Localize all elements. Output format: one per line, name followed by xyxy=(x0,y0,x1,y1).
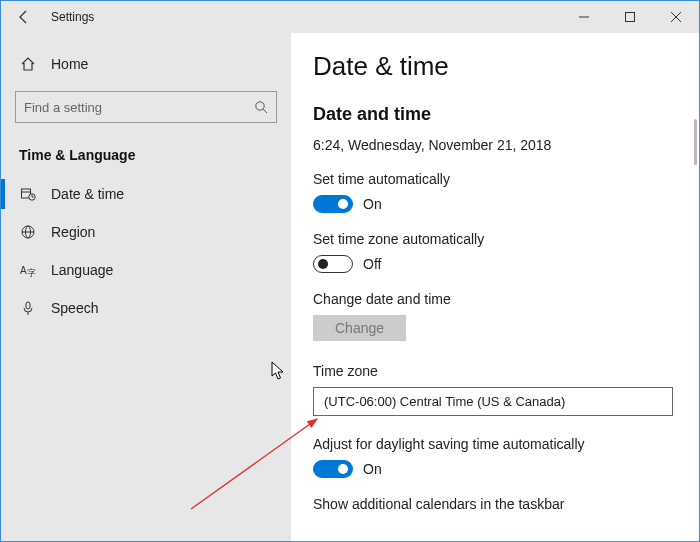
dst-state: On xyxy=(363,461,382,477)
close-button[interactable] xyxy=(653,1,699,33)
nav-label: Region xyxy=(51,224,95,240)
dst-toggle[interactable] xyxy=(313,460,353,478)
change-button: Change xyxy=(313,315,406,341)
home-icon xyxy=(19,55,37,73)
sidebar-item-date-time[interactable]: Date & time xyxy=(1,175,291,213)
search-icon xyxy=(254,100,268,114)
window-controls xyxy=(561,1,699,33)
sidebar-item-speech[interactable]: Speech xyxy=(1,289,291,327)
page-title: Date & time xyxy=(313,51,699,82)
timezone-select[interactable]: (UTC-06:00) Central Time (US & Canada) xyxy=(313,387,673,416)
svg-point-4 xyxy=(256,102,264,110)
nav-label: Speech xyxy=(51,300,98,316)
auto-tz-toggle[interactable] xyxy=(313,255,353,273)
auto-time-label: Set time automatically xyxy=(313,171,699,187)
section-title: Date and time xyxy=(313,104,699,125)
sidebar: Home Find a setting Time & Language Date… xyxy=(1,33,291,541)
language-icon: A字 xyxy=(19,261,37,279)
globe-icon xyxy=(19,223,37,241)
scrollbar[interactable] xyxy=(694,119,697,165)
dst-label: Adjust for daylight saving time automati… xyxy=(313,436,699,452)
sidebar-item-language[interactable]: A字 Language xyxy=(1,251,291,289)
microphone-icon xyxy=(19,299,37,317)
additional-calendars-label: Show additional calendars in the taskbar xyxy=(313,496,699,512)
home-link[interactable]: Home xyxy=(1,47,291,81)
svg-text:A: A xyxy=(20,265,27,276)
calendar-clock-icon xyxy=(19,185,37,203)
window-title: Settings xyxy=(47,10,561,24)
minimize-button[interactable] xyxy=(561,1,607,33)
nav-label: Language xyxy=(51,262,113,278)
maximize-button[interactable] xyxy=(607,1,653,33)
arrow-left-icon xyxy=(16,9,32,25)
search-placeholder: Find a setting xyxy=(24,100,102,115)
timezone-label: Time zone xyxy=(313,363,699,379)
sidebar-category: Time & Language xyxy=(1,141,291,175)
sidebar-item-region[interactable]: Region xyxy=(1,213,291,251)
titlebar: Settings xyxy=(1,1,699,33)
content-pane: Date & time Date and time 6:24, Wednesda… xyxy=(291,33,699,541)
auto-time-state: On xyxy=(363,196,382,212)
search-input[interactable]: Find a setting xyxy=(15,91,277,123)
change-dt-label: Change date and time xyxy=(313,291,699,307)
svg-rect-16 xyxy=(26,302,30,309)
svg-text:字: 字 xyxy=(27,268,36,278)
timezone-value: (UTC-06:00) Central Time (US & Canada) xyxy=(324,394,565,409)
auto-tz-state: Off xyxy=(363,256,381,272)
home-label: Home xyxy=(51,56,88,72)
svg-rect-1 xyxy=(626,13,635,22)
back-button[interactable] xyxy=(1,1,47,33)
current-datetime: 6:24, Wednesday, November 21, 2018 xyxy=(313,137,699,153)
nav-label: Date & time xyxy=(51,186,124,202)
svg-line-5 xyxy=(263,109,267,113)
auto-time-toggle[interactable] xyxy=(313,195,353,213)
auto-tz-label: Set time zone automatically xyxy=(313,231,699,247)
